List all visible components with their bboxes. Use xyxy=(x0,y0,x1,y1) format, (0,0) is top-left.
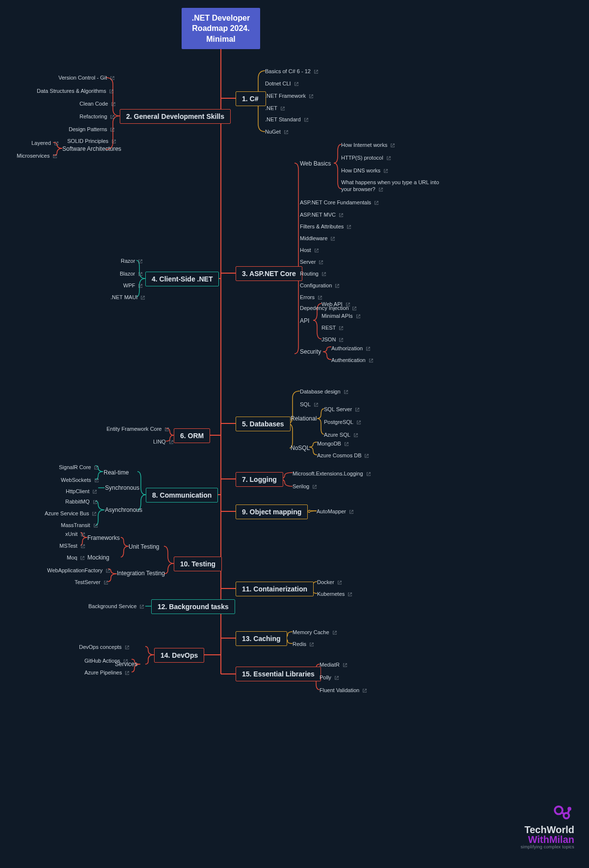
leaf-item[interactable]: Design Patterns xyxy=(69,126,115,133)
leaf-item[interactable]: ASP.NET MVC xyxy=(300,211,344,218)
leaf-item[interactable]: RabbitMQ xyxy=(65,498,98,505)
node-n2[interactable]: 2. General Development Skills xyxy=(120,109,231,124)
leaf-item[interactable]: Server xyxy=(300,258,323,265)
leaf-item[interactable]: Authorization xyxy=(331,345,371,352)
leaf-item[interactable]: REST xyxy=(321,324,344,331)
leaf-item[interactable]: HTTP(S) protocol xyxy=(341,154,391,161)
leaf-item[interactable]: Docker xyxy=(317,579,342,586)
leaf-item[interactable]: MongoDB xyxy=(317,440,349,447)
external-link-icon xyxy=(332,630,337,635)
external-link-icon xyxy=(390,143,395,148)
leaf-item[interactable]: Azure Pipelines xyxy=(84,669,130,676)
leaf-item[interactable]: your browser? xyxy=(341,186,383,193)
leaf-item[interactable]: ASP.NET Core Fundamentals xyxy=(300,199,379,206)
node-n14[interactable]: 14. DevOps xyxy=(154,648,204,663)
leaf-item[interactable]: Blazor xyxy=(120,270,143,277)
leaf-item[interactable]: Microsoft.Extensions.Logging xyxy=(293,470,371,477)
leaf-item[interactable]: .NET Standard xyxy=(265,116,309,123)
leaf-item[interactable]: Errors xyxy=(300,294,322,301)
leaf-item[interactable]: SOLID Principles xyxy=(67,138,116,144)
leaf-item[interactable]: Configuration xyxy=(300,282,340,289)
leaf-item[interactable]: Razor xyxy=(121,257,143,264)
leaf-item[interactable]: LINQ xyxy=(153,438,174,445)
leaf-item[interactable]: PostgreSQL xyxy=(324,419,361,425)
leaf-item[interactable]: SQL xyxy=(300,401,319,408)
leaf-item[interactable]: Authentication xyxy=(331,357,374,364)
leaf-item[interactable]: WebSockets xyxy=(61,476,99,483)
node-n4[interactable]: 4. Client-Side .NET xyxy=(145,272,219,286)
leaf-item[interactable]: Minimal APIs xyxy=(321,312,361,319)
leaf-item[interactable]: Basics of C# 6 - 12 xyxy=(265,68,319,75)
leaf-item[interactable]: Kubernetes xyxy=(317,590,352,597)
leaf-item[interactable]: WPF xyxy=(123,282,143,289)
leaf-item[interactable]: Azure SQL xyxy=(324,431,358,438)
node-n5[interactable]: 5. Databases xyxy=(236,417,291,431)
external-link-icon xyxy=(335,283,340,288)
leaf-item[interactable]: Azure Service Bus xyxy=(45,510,97,517)
leaf-item[interactable]: Redis xyxy=(293,641,314,647)
node-n13[interactable]: 13. Caching xyxy=(236,631,287,646)
leaf-item[interactable]: Database design xyxy=(300,388,348,395)
leaf-item[interactable]: SQL Server xyxy=(324,406,360,413)
leaf-item[interactable]: .NET Framework xyxy=(265,92,314,99)
leaf-item[interactable]: .NET MAUI xyxy=(110,294,145,301)
leaf-item[interactable]: Clean Code xyxy=(80,100,116,107)
external-link-icon xyxy=(93,523,98,528)
external-link-icon xyxy=(346,302,350,307)
external-link-icon xyxy=(347,224,351,229)
leaf-item[interactable]: Background Service xyxy=(88,603,144,610)
external-link-icon xyxy=(334,675,339,680)
external-link-icon xyxy=(319,260,323,265)
leaf-item[interactable]: MassTransit xyxy=(61,522,98,529)
leaf-item[interactable]: How DNS works xyxy=(341,167,388,174)
leaf-item[interactable]: NuGet xyxy=(265,128,289,135)
node-n3[interactable]: 3. ASP.NET Core xyxy=(236,266,302,281)
node-n7[interactable]: 7. Logging xyxy=(236,472,283,487)
external-link-icon xyxy=(366,346,371,351)
node-n6[interactable]: 6. ORM xyxy=(174,428,210,443)
node-n10[interactable]: 10. Testing xyxy=(174,557,222,571)
external-link-icon xyxy=(352,306,357,311)
leaf-item[interactable]: Memory Cache xyxy=(293,629,337,636)
node-n9[interactable]: 9. Object mapping xyxy=(236,504,308,519)
leaf-item[interactable]: Layered xyxy=(31,140,59,146)
leaf-item[interactable]: .NET xyxy=(265,105,285,112)
leaf-item[interactable]: Routing xyxy=(300,270,326,277)
leaf-item[interactable]: Refactoring xyxy=(80,113,115,120)
external-link-icon xyxy=(110,127,115,132)
leaf-item[interactable]: Version Control - Git xyxy=(58,74,115,81)
node-n12[interactable]: 12. Background tasks xyxy=(151,599,235,614)
external-link-icon xyxy=(339,337,344,342)
leaf-item[interactable]: DevOps concepts xyxy=(79,644,130,650)
external-link-icon xyxy=(138,283,143,288)
leaf-item[interactable]: JSON xyxy=(321,336,344,343)
node-n1[interactable]: 1. C# xyxy=(236,91,266,106)
leaf-item[interactable]: GitHub Actions xyxy=(84,657,128,664)
leaf-item[interactable]: Data Structures & Algorithms xyxy=(37,87,114,94)
leaf-item[interactable]: Web API xyxy=(321,301,350,308)
node-n8[interactable]: 8. Communication xyxy=(146,488,218,503)
leaf-item[interactable]: SignalR Core xyxy=(59,464,99,471)
leaf-item[interactable]: Moq xyxy=(67,554,85,561)
leaf-item[interactable]: WebApplicationFactory xyxy=(47,567,110,574)
leaf-item[interactable]: Filters & Attributes xyxy=(300,223,351,230)
leaf-item[interactable]: Polly xyxy=(320,674,339,681)
leaf-item[interactable]: Azure Cosmos DB xyxy=(317,452,369,459)
leaf-item[interactable]: AutoMapper xyxy=(317,508,354,515)
leaf-item[interactable]: How Internet works xyxy=(341,141,395,148)
external-link-icon xyxy=(94,478,99,483)
node-n11[interactable]: 11. Containerization xyxy=(236,582,314,596)
leaf-item[interactable]: HttpClient xyxy=(66,488,97,495)
leaf-item[interactable]: MSTest xyxy=(59,542,85,549)
leaf-item[interactable]: xUnit xyxy=(65,531,85,537)
leaf-item[interactable]: Dotnet CLI xyxy=(265,80,299,87)
leaf-item[interactable]: Host xyxy=(300,247,319,253)
leaf-item[interactable]: Microservices xyxy=(17,152,57,159)
leaf-item[interactable]: MediatR xyxy=(320,661,348,668)
leaf-item[interactable]: Serilog xyxy=(293,483,317,490)
leaf-item[interactable]: Entity Framework Core xyxy=(107,425,169,432)
node-n15[interactable]: 15. Essential Libraries xyxy=(236,667,321,681)
leaf-item[interactable]: TestServer xyxy=(75,579,108,586)
leaf-item[interactable]: Fluent Validation xyxy=(320,687,367,694)
leaf-item[interactable]: Middleware xyxy=(300,235,335,242)
